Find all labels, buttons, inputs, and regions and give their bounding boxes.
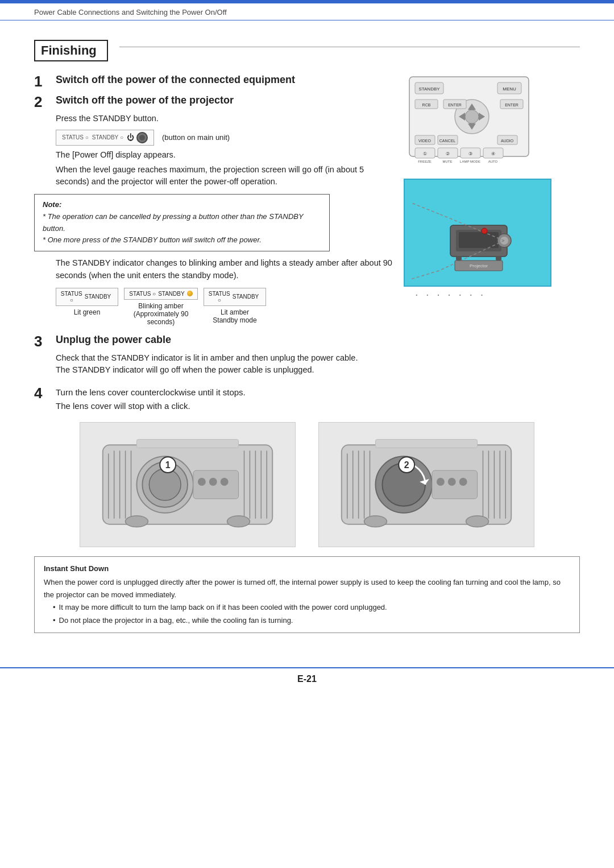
- step2-number: 2: [34, 94, 50, 109]
- svg-text:STANDBY: STANDBY: [418, 86, 440, 92]
- step4-body2: The lens cover will stop with a click.: [56, 399, 246, 413]
- led-item-green: STATUS ○ STANDBY Lit green: [56, 288, 118, 316]
- note-box: Note: * The operation can be cancelled b…: [34, 194, 330, 251]
- step2-body2: The [Power Off] display appears. When th…: [56, 149, 392, 188]
- step4-number: 4: [34, 386, 50, 400]
- step1-title: Switch off the power of the connected eq…: [56, 74, 295, 86]
- svg-text:ENTER: ENTER: [448, 103, 462, 107]
- svg-point-91: [448, 478, 456, 486]
- step2-title: Switch off the power of the projector: [56, 94, 234, 106]
- svg-point-92: [459, 478, 467, 486]
- remote-illustration: STANDBY MENU RCB: [404, 74, 580, 170]
- svg-point-94: [364, 516, 387, 527]
- svg-text:②: ②: [446, 151, 450, 156]
- step3-number: 3: [34, 334, 50, 349]
- status-label-small: STATUS ○: [62, 133, 89, 142]
- step4-row: 4 Turn the lens cover counterclockwise u…: [34, 386, 580, 413]
- led-item-blinking: STATUS ○ STANDBY Blinking amber (Approxi…: [124, 288, 198, 326]
- breadcrumb: Power Cable Connections and Switching th…: [0, 3, 614, 20]
- page-number: E-21: [0, 667, 614, 692]
- projector-cyan-box: Projector: [404, 179, 551, 287]
- instant-shutdown-box: Instant Shut Down When the power cord is…: [34, 556, 580, 633]
- svg-text:1: 1: [165, 460, 171, 470]
- step3-row: 3 Unplug the power cable: [34, 334, 392, 349]
- btn-main-unit-label: (button on main unit): [162, 132, 230, 143]
- svg-text:CANCEL: CANCEL: [439, 139, 456, 143]
- step4-body1: Turn the lens cover counterclockwise unt…: [56, 386, 246, 399]
- main-content: Finishing 1 Switch off the power of the …: [0, 30, 614, 656]
- svg-text:MENU: MENU: [503, 86, 516, 92]
- svg-point-95: [466, 516, 489, 527]
- note-line2: * One more press of the STANDBY button w…: [43, 234, 321, 246]
- led-icon-blinking: STATUS ○ STANDBY: [124, 288, 198, 300]
- projector-cyan-illustration: Projector · · · · · · ·: [404, 179, 580, 301]
- step3-title: Unplug the power cable: [56, 334, 171, 346]
- svg-text:MUTE: MUTE: [443, 160, 453, 163]
- page: Power Cable Connections and Switching th…: [0, 0, 614, 868]
- svg-point-90: [437, 478, 445, 486]
- led-label-green: Lit green: [74, 308, 101, 316]
- svg-point-71: [126, 516, 148, 527]
- step2-standby-change: The STANDBY indicator changes to blinkin…: [56, 257, 392, 282]
- finishing-box: Finishing: [34, 40, 108, 61]
- svg-text:AUDIO: AUDIO: [501, 139, 514, 143]
- svg-text:LAMP MODE: LAMP MODE: [460, 160, 480, 163]
- instant-shutdown-bullet2: Do not place the projector in a bag, etc…: [53, 614, 570, 627]
- svg-point-6: [465, 110, 479, 123]
- svg-text:RCB: RCB: [422, 103, 431, 107]
- svg-text:Projector: Projector: [470, 263, 488, 268]
- instant-shutdown-title: Instant Shut Down: [44, 563, 570, 575]
- step3-body: Check that the STANDBY indicator is lit …: [56, 352, 392, 377]
- step1-row: 1 Switch off the power of the connected …: [34, 74, 392, 89]
- svg-text:ENTER: ENTER: [505, 103, 518, 107]
- projector-photo-row: 1: [34, 422, 580, 547]
- svg-point-68: [209, 478, 217, 486]
- svg-text:③: ③: [468, 151, 472, 156]
- svg-point-67: [198, 478, 206, 486]
- svg-point-69: [221, 478, 229, 486]
- projector-photo-left: 1: [80, 422, 296, 547]
- svg-text:①: ①: [423, 151, 427, 156]
- led-icon-green: STATUS ○ STANDBY: [56, 288, 118, 306]
- led-status-row: STATUS ○ STANDBY Lit green STATUS ○ STAN…: [56, 288, 392, 326]
- svg-text:AUTO: AUTO: [488, 160, 498, 163]
- right-column: STANDBY MENU RCB: [404, 68, 580, 301]
- svg-rect-70: [136, 440, 238, 448]
- svg-text:2: 2: [404, 460, 409, 470]
- projector-photo-right: 2: [318, 422, 534, 547]
- step2-body1: Press the STANDBY button. STATUS ○ STAND…: [56, 113, 392, 146]
- step2-row: 2 Switch off the power of the projector: [34, 94, 392, 109]
- svg-rect-41: [456, 256, 462, 261]
- svg-point-72: [227, 516, 250, 527]
- svg-point-63: [149, 469, 181, 501]
- finishing-title: Finishing: [41, 43, 97, 57]
- note-line1: * The operation can be cancelled by pres…: [43, 211, 321, 235]
- svg-text:FREEZE: FREEZE: [418, 160, 432, 163]
- standby-label-small: STANDBY ○: [92, 133, 123, 142]
- led-label-blinking: Blinking amber (Approximately 90 seconds…: [124, 302, 198, 326]
- step1-number: 1: [34, 74, 50, 89]
- svg-text:④: ④: [491, 151, 495, 156]
- note-title: Note:: [43, 199, 321, 211]
- led-item-amber: STATUS ○ STANDBY Lit amber Standby mode: [204, 288, 266, 324]
- instant-shutdown-bullet1: It may be more difficult to turn the lam…: [53, 601, 570, 614]
- left-column: 1 Switch off the power of the connected …: [34, 68, 392, 380]
- led-icon-amber: STATUS ○ STANDBY: [204, 288, 266, 306]
- led-label-amber: Lit amber Standby mode: [213, 308, 256, 324]
- svg-text:VIDEO: VIDEO: [418, 139, 431, 143]
- svg-rect-93: [375, 440, 477, 448]
- instant-shutdown-body: When the power cord is unplugged directl…: [44, 576, 570, 601]
- power-icon-small: ⏻: [127, 132, 134, 143]
- svg-point-47: [482, 228, 487, 234]
- svg-rect-42: [496, 256, 501, 261]
